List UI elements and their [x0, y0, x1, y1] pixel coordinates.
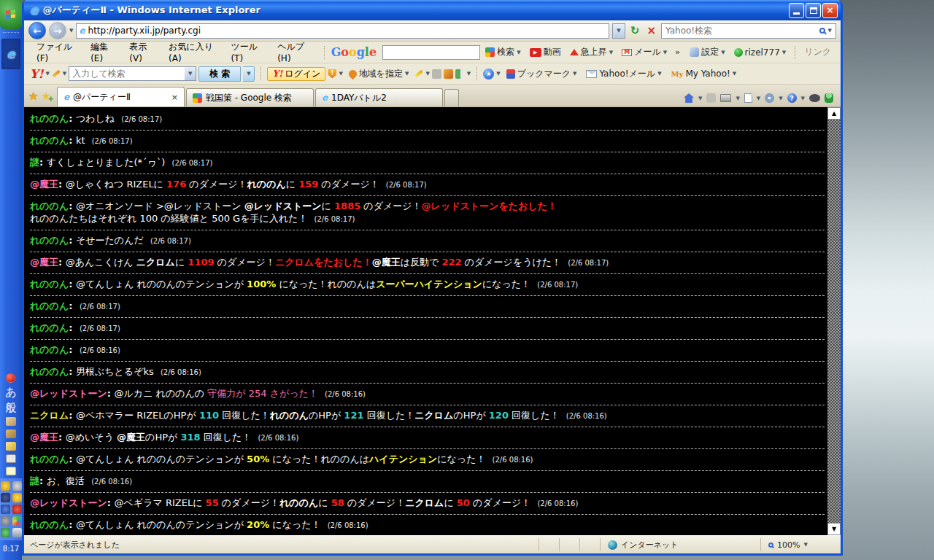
ime-help-icon[interactable]	[6, 467, 16, 475]
favorites-center-button[interactable]: ★	[28, 90, 38, 103]
bookmarks-button[interactable]: ブックマーク▼	[503, 66, 581, 82]
tray-warning-icon[interactable]	[12, 493, 22, 502]
tray-clock-icon[interactable]	[12, 481, 22, 491]
tab-google-search[interactable]: 戦国策 - Google 検索	[186, 88, 314, 106]
add-favorite-button[interactable]: ★	[41, 90, 50, 103]
yahoo-mail-button[interactable]: Yahoo!メール▼	[582, 66, 665, 82]
start-button[interactable]	[0, 0, 22, 29]
history-dropdown[interactable]: ▼	[69, 28, 73, 34]
scroll-down-icon[interactable]: ▼	[827, 523, 841, 535]
highlighter-icon[interactable]	[415, 70, 424, 78]
help-dropdown[interactable]: ▼	[801, 96, 805, 101]
tray-wireless-icon[interactable]	[1, 505, 10, 514]
region-button[interactable]: 地域を指定▼	[345, 66, 413, 82]
ime-kana-indicator[interactable]: あ	[5, 386, 16, 398]
tab-close-icon[interactable]: ×	[171, 93, 178, 102]
google-search-button[interactable]: 検索▼	[482, 44, 524, 60]
new-tab-stub[interactable]	[444, 89, 459, 106]
pencil-icon[interactable]	[52, 70, 61, 78]
tray-display-icon[interactable]	[12, 528, 22, 537]
google-mail-button[interactable]: M メール▼	[618, 44, 671, 60]
taskbar-ie-window-button[interactable]: e	[1, 39, 20, 69]
ime-ball-icon[interactable]	[6, 373, 15, 383]
yahoo-star-icon[interactable]: ★	[483, 69, 494, 79]
my-yahoo-button[interactable]: My My Yahoo!▼	[668, 67, 741, 80]
yahoo-search-dropdown[interactable]: ▼	[243, 66, 255, 82]
back-button[interactable]: ←	[28, 22, 46, 39]
zoom-dropdown[interactable]: ▼	[803, 542, 807, 548]
tab-1day-battle[interactable]: e 1DAYバトル2	[315, 88, 443, 106]
yahoo-logo-dropdown[interactable]: ▼	[45, 71, 49, 77]
yahoo-input-dropdown[interactable]: ▼	[185, 67, 196, 80]
highlighter-dropdown[interactable]: ▼	[425, 71, 429, 77]
search-icon[interactable]	[819, 28, 825, 34]
page-dropdown[interactable]: ▼	[757, 96, 760, 101]
tray-alert-icon[interactable]	[12, 505, 22, 514]
pencil-dropdown[interactable]: ▼	[63, 71, 66, 77]
address-input[interactable]	[88, 26, 606, 36]
address-dropdown-button[interactable]: ▼	[612, 23, 625, 39]
chat-bubble-icon[interactable]	[809, 94, 820, 102]
yahoo-logo[interactable]: Y!	[30, 67, 43, 81]
minimize-button[interactable]	[789, 3, 804, 18]
scroll-up-icon[interactable]: ▲	[827, 107, 841, 120]
tray-security-shield-icon[interactable]	[1, 481, 10, 491]
tools-gear-icon[interactable]	[765, 93, 774, 103]
tray-device-icon[interactable]	[1, 516, 10, 526]
search-options-dropdown[interactable]: ▼	[828, 28, 832, 34]
yahoo-search-box[interactable]: ▼	[661, 23, 836, 39]
zoom-search-icon[interactable]	[444, 69, 453, 79]
help-icon[interactable]: ?	[787, 93, 797, 103]
security-shield-icon[interactable]: !	[328, 69, 336, 79]
home-dropdown[interactable]: ▼	[698, 96, 702, 101]
star-dropdown[interactable]: ▼	[496, 71, 500, 77]
ime-toolbox-icon[interactable]	[6, 429, 16, 438]
messenger-icon[interactable]	[825, 93, 833, 103]
menu-item[interactable]: 表示(V)	[123, 39, 162, 66]
translate-dropdown[interactable]: ▼	[467, 71, 471, 77]
tray-update-icon[interactable]	[12, 516, 22, 526]
menu-item[interactable]: ツール(T)	[224, 39, 271, 66]
address-field[interactable]: e	[76, 23, 609, 39]
translate-icon[interactable]	[455, 69, 465, 79]
maximize-button[interactable]	[806, 3, 821, 18]
shield-dropdown[interactable]: ▼	[339, 71, 342, 77]
print-dropdown[interactable]: ▼	[736, 96, 739, 101]
stop-icon[interactable]: ×	[644, 24, 658, 37]
vertical-scrollbar[interactable]: ▲ ▼	[827, 107, 841, 535]
yahoo-toolbar-search-box[interactable]: ▼	[69, 66, 196, 81]
google-settings-button[interactable]: 設定▼	[686, 44, 728, 60]
tray-network-icon[interactable]	[1, 528, 10, 537]
tab-party[interactable]: e @パーティーⅡ ×	[57, 87, 185, 106]
yahoo-toolbar-search-input[interactable]	[69, 69, 185, 79]
google-search-input[interactable]	[382, 45, 480, 60]
google-video-button[interactable]: ▶ 動画	[526, 44, 565, 60]
menu-item[interactable]: お気に入り(A)	[162, 39, 224, 66]
page-menu-icon[interactable]	[744, 93, 752, 103]
tray-moon-icon[interactable]	[1, 493, 10, 502]
scrollbar-track[interactable]	[827, 120, 841, 523]
toolbar-overflow-chevron[interactable]: »	[672, 47, 683, 57]
tools-dropdown[interactable]: ▼	[779, 96, 782, 101]
close-button[interactable]: ×	[822, 3, 838, 18]
ime-mode-indicator[interactable]: 般	[5, 402, 16, 413]
google-account-button[interactable]: rizel777▼	[730, 46, 790, 59]
menu-item[interactable]: ヘルプ(H)	[271, 39, 318, 66]
refresh-icon[interactable]: ↻	[628, 24, 642, 37]
chat-text-segment: のダメージをうけた！	[462, 257, 565, 268]
ime-pen-icon[interactable]	[6, 442, 16, 451]
yahoo-search-button[interactable]: 検 索	[198, 66, 241, 82]
yahoo-search-input[interactable]	[665, 26, 817, 36]
yahoo-login-button[interactable]: Y!ログイン	[267, 67, 325, 81]
menu-item[interactable]: ファイル(F)	[30, 39, 84, 66]
ime-palette-icon[interactable]	[6, 417, 16, 426]
google-trending-button[interactable]: 急上昇▼	[566, 44, 617, 60]
home-icon[interactable]	[684, 93, 694, 103]
ime-pad-icon[interactable]	[6, 454, 16, 463]
menu-item[interactable]: 編集(E)	[84, 39, 123, 66]
links-label[interactable]: リンク	[800, 44, 835, 60]
print-icon[interactable]	[720, 94, 731, 102]
forward-button[interactable]: →	[49, 22, 66, 39]
title-bar[interactable]: e @パーティーⅡ - Windows Internet Explorer ×	[24, 0, 841, 20]
zoom-control[interactable]: 100% ▼	[760, 538, 841, 551]
